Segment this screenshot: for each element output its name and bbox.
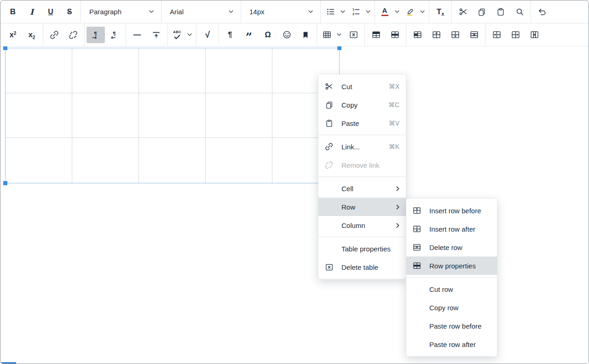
menu-label: Table properties	[341, 245, 391, 253]
clear-formatting-button[interactable]: Tx	[431, 4, 450, 20]
delete-row-button[interactable]	[465, 27, 483, 43]
table-cell[interactable]	[72, 138, 139, 183]
blockquote-button[interactable]: ”	[240, 27, 258, 43]
menu-label: Link...	[341, 143, 360, 151]
table-cell[interactable]	[72, 48, 139, 93]
strikethrough-button[interactable]: S	[60, 4, 79, 20]
insert-table-button[interactable]	[319, 27, 335, 43]
text-color-menu-button[interactable]	[393, 4, 402, 20]
menu-item-cut[interactable]: Cut ⌘X	[318, 77, 406, 96]
insert-table-menu-button[interactable]	[335, 27, 344, 43]
copy-button[interactable]	[473, 4, 491, 20]
chevron-down-icon	[341, 10, 345, 13]
toolbar-separator	[364, 23, 365, 46]
ltr-direction-button[interactable]: ¶	[87, 27, 105, 43]
highlight-color-menu-button[interactable]	[418, 4, 427, 20]
table-cell[interactable]	[139, 138, 206, 183]
table-cell[interactable]	[139, 93, 206, 138]
highlight-color-button[interactable]	[402, 4, 418, 20]
rtl-direction-button[interactable]: ¶	[105, 27, 124, 43]
table-cell[interactable]	[139, 48, 206, 93]
table-cell[interactable]	[206, 138, 272, 183]
horizontal-rule-button[interactable]: —	[128, 27, 146, 43]
submenu-item-cut-row[interactable]: Cut row	[406, 280, 497, 298]
numbered-list-button[interactable]: 12	[348, 4, 364, 20]
paragraph-style-dropdown[interactable]: Paragraph	[83, 0, 159, 23]
editor-content-area[interactable]: Cut ⌘X Copy ⌘C Paste ⌘V Link... ⌘K	[0, 46, 589, 364]
insert-column-after-button[interactable]	[506, 27, 525, 43]
insert-column-before-button[interactable]	[487, 27, 506, 43]
menu-label: Paste row after	[429, 341, 476, 348]
insert-row-after-button[interactable]	[446, 27, 464, 43]
undo-button[interactable]	[533, 4, 551, 20]
special-character-button[interactable]: Ω	[259, 27, 277, 43]
menu-item-remove-link: Remove link	[318, 156, 406, 174]
menu-item-paste[interactable]: Paste ⌘V	[318, 114, 406, 132]
submenu-item-paste-row-after[interactable]: Paste row after	[406, 335, 497, 353]
menu-item-table-properties[interactable]: Table properties	[318, 239, 406, 258]
text-color-button[interactable]: A	[377, 4, 393, 20]
paragraph-mark-button[interactable]: ¶	[221, 27, 239, 43]
subscript-button[interactable]: x2	[23, 27, 41, 43]
toolbar-separator	[485, 23, 485, 46]
bullet-list-button[interactable]	[323, 4, 338, 20]
cut-button[interactable]	[454, 4, 472, 20]
submenu-item-insert-row-before[interactable]: Insert row before	[406, 201, 497, 220]
search-button[interactable]	[510, 4, 529, 20]
menu-divider	[318, 135, 406, 135]
selected-table[interactable]	[5, 48, 340, 183]
submenu-item-insert-row-after[interactable]: Insert row after	[406, 220, 497, 238]
table-cell[interactable]	[6, 138, 72, 183]
table-cell[interactable]	[206, 48, 272, 93]
delete-column-button[interactable]	[525, 27, 543, 43]
italic-button[interactable]: I	[23, 4, 41, 20]
blockquote-icon: ”	[246, 35, 252, 40]
font-family-dropdown[interactable]: Arial	[163, 0, 239, 23]
table-resize-handle-top-right[interactable]	[337, 46, 341, 50]
submenu-item-copy-row[interactable]: Copy row	[406, 298, 497, 317]
table-cell-properties-button[interactable]	[408, 27, 427, 43]
table-row-properties-button[interactable]	[386, 27, 404, 43]
menu-label: Insert row after	[429, 225, 475, 233]
submenu-item-row-properties[interactable]: Row properties	[406, 256, 497, 275]
delete-table-button[interactable]	[344, 27, 363, 43]
menu-item-copy[interactable]: Copy ⌘C	[318, 96, 406, 114]
table-cell[interactable]	[6, 93, 72, 138]
table-cell[interactable]	[206, 93, 272, 138]
remove-link-button[interactable]	[64, 27, 82, 43]
toolbar-separator	[320, 0, 321, 23]
table-cell[interactable]	[6, 48, 72, 93]
table-properties-button[interactable]	[367, 27, 385, 43]
row-properties-icon	[390, 30, 400, 40]
menu-item-delete-table[interactable]: Delete table	[318, 258, 406, 276]
font-size-dropdown[interactable]: 14px	[243, 0, 318, 23]
bold-button[interactable]: B	[4, 4, 22, 20]
anchor-button[interactable]	[296, 27, 315, 43]
italic-icon: I	[30, 7, 34, 17]
insert-link-button[interactable]	[45, 27, 64, 43]
submenu-item-delete-row[interactable]: Delete row	[406, 238, 497, 256]
spellcheck-menu-button[interactable]	[185, 27, 194, 43]
submenu-item-paste-row-before[interactable]: Paste row before	[406, 317, 497, 335]
bullet-list-menu-button[interactable]	[338, 4, 347, 20]
emoji-button[interactable]	[277, 27, 296, 43]
menu-item-link[interactable]: Link... ⌘K	[318, 137, 406, 156]
menu-item-cell[interactable]: Cell	[318, 179, 406, 198]
insert-equation-button[interactable]: √	[198, 27, 217, 43]
spellcheck-button[interactable]: ABC	[169, 27, 185, 43]
superscript-button[interactable]: x2	[4, 27, 22, 43]
toolbar-row-2: x2 x2 ¶ ¶ — ABC	[0, 23, 589, 46]
page-break-button[interactable]	[147, 27, 165, 43]
table-resize-handle-bottom-left[interactable]	[3, 181, 7, 185]
numbered-list-menu-button[interactable]	[364, 4, 373, 20]
table-cell[interactable]	[72, 93, 139, 138]
insert-row-before-button[interactable]	[427, 27, 445, 43]
table-resize-handle-top-left[interactable]	[3, 46, 7, 50]
paste-button[interactable]	[491, 4, 510, 20]
insert-row-before-icon	[432, 30, 441, 40]
menu-item-row[interactable]: Row	[318, 198, 406, 216]
menu-item-column[interactable]: Column	[318, 216, 406, 234]
menu-label: Copy row	[429, 304, 458, 312]
underline-button[interactable]: U	[41, 4, 60, 20]
toolbar-separator	[43, 23, 43, 46]
